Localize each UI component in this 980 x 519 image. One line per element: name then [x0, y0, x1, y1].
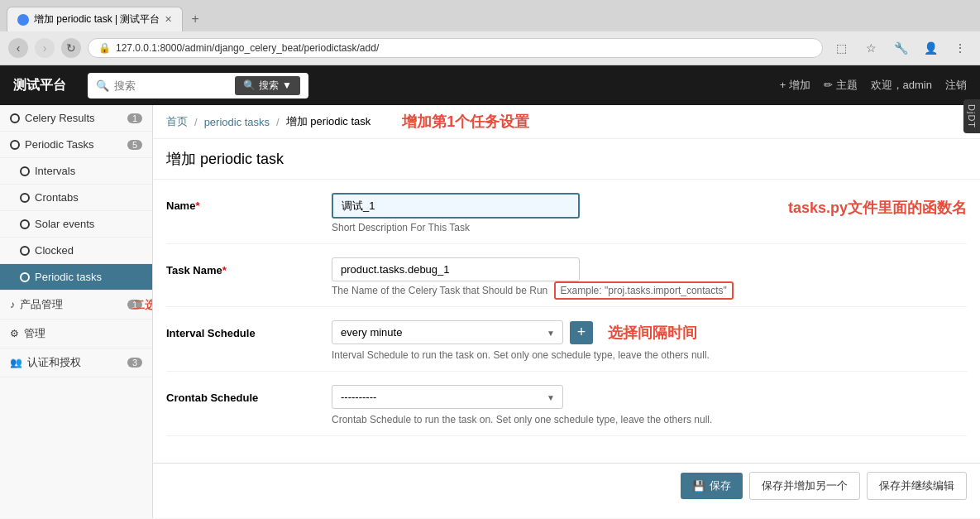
circle-icon — [20, 246, 30, 256]
interval-label: Interval Schedule — [166, 320, 332, 339]
task-name-example: Example: "proj.tasks.import_contacts" — [554, 281, 734, 300]
address-bar[interactable]: 🔒 127.0.0.1:8000/admin/django_celery_bea… — [88, 38, 823, 58]
browser-tabs: 增加 periodic task | 测试平台 ✕ + — [0, 0, 980, 31]
add-menu-button[interactable]: + 增加 — [780, 78, 810, 93]
sidebar-item-periodic-tasks-active[interactable]: Periodic tasks — [0, 264, 152, 291]
site-title: 测试平台 — [13, 77, 66, 94]
sidebar-item-clocked[interactable]: Clocked — [0, 238, 152, 264]
name-input[interactable] — [332, 193, 580, 219]
save-icon: 💾 — [692, 480, 705, 493]
circle-icon — [10, 140, 20, 150]
crontab-hint: Crontab Schedule to run the task on. Set… — [332, 414, 967, 425]
content-area: 首页 / periodic tasks / 增加 periodic task 增… — [153, 105, 980, 518]
crontab-schedule-row: Crontab Schedule ---------- Crontab Sche… — [166, 385, 967, 436]
task-name-input[interactable] — [332, 257, 580, 281]
sidebar-product-section: ♪ 产品管理 1 二选 — [0, 291, 152, 320]
welcome-label: 欢迎，admin — [871, 78, 932, 93]
name-field-row: Name* Short Description For This Task ta… — [166, 193, 967, 244]
menu-icon[interactable]: ⋮ — [949, 36, 972, 60]
breadcrumb-periodic-tasks[interactable]: periodic tasks — [204, 116, 270, 128]
tab-favicon — [17, 14, 29, 26]
logout-button[interactable]: 注销 — [945, 78, 967, 93]
interval-field: every minute every 5 minutes every hour … — [332, 320, 967, 361]
active-tab[interactable]: 增加 periodic task | 测试平台 ✕ — [7, 7, 183, 31]
name-hint: Short Description For This Task — [332, 222, 772, 233]
breadcrumb: 首页 / periodic tasks / 增加 periodic task 增… — [153, 105, 980, 139]
theme-button[interactable]: ✏ 主题 — [824, 78, 858, 93]
extensions-icon[interactable]: 🔧 — [889, 36, 912, 60]
page-annotation: 增加第1个任务设置 — [402, 112, 529, 132]
sidebar-item-product-mgmt[interactable]: ♪ 产品管理 1 — [0, 291, 152, 320]
tab-close-button[interactable]: ✕ — [165, 14, 172, 25]
header-right: + 增加 ✏ 主题 欢迎，admin 注销 — [780, 78, 967, 93]
main-layout: Celery Results 1 Periodic Tasks 5 Interv… — [0, 105, 980, 518]
sidebar-item-intervals[interactable]: Intervals — [0, 158, 152, 185]
search-button[interactable]: 🔍 搜索 ▼ — [235, 76, 300, 95]
product-badge: 1 — [127, 300, 142, 310]
sidebar-item-celery-results[interactable]: Celery Results 1 — [0, 105, 152, 132]
task-name-hint: The Name of the Celery Task that Should … — [332, 285, 967, 296]
name-label: Name* — [166, 193, 332, 212]
gear-icon: ⚙ — [10, 328, 19, 339]
sidebar-item-periodic-tasks-header[interactable]: Periodic Tasks 5 — [0, 132, 152, 158]
save-add-another-button[interactable]: 保存并增加另一个 — [749, 472, 860, 500]
sidebar-label: Crontabs — [35, 191, 79, 204]
cast-icon[interactable]: ⬚ — [829, 36, 853, 60]
task-name-label: Task Name* — [166, 257, 332, 276]
browser-toolbar-icons: ⬚ ☆ 🔧 👤 ⋮ — [829, 36, 972, 60]
search-dropdown-icon: ▼ — [282, 79, 292, 91]
search-icon: 🔍 — [96, 79, 109, 92]
sidebar-label: 管理 — [24, 326, 45, 341]
name-field: Short Description For This Task — [332, 193, 772, 233]
music-icon: ♪ — [10, 299, 15, 310]
sidebar-item-auth[interactable]: 👥 认证和授权 3 — [0, 348, 152, 377]
breadcrumb-sep2: / — [276, 116, 280, 128]
search-input[interactable] — [114, 79, 230, 92]
save-button[interactable]: 💾 保存 — [681, 473, 743, 499]
djdt-badge[interactable]: DjDT — [963, 99, 980, 133]
task-name-field-row: Task Name* The Name of the Celery Task t… — [166, 257, 967, 307]
sidebar-label: Periodic tasks — [35, 271, 102, 283]
interval-schedule-row: Interval Schedule every minute every 5 m… — [166, 320, 967, 372]
content-heading: 增加 periodic task — [153, 139, 980, 180]
interval-select-wrap: every minute every 5 minutes every hour … — [332, 320, 967, 344]
tasks-file-annotation: tasks.py文件里面的函数名 — [788, 198, 967, 218]
interval-add-button[interactable]: + — [570, 321, 593, 344]
sidebar-item-management[interactable]: ⚙ 管理 — [0, 320, 152, 348]
sidebar-item-crontabs[interactable]: Crontabs — [0, 185, 152, 211]
interval-select[interactable]: every minute every 5 minutes every hour — [332, 320, 563, 344]
new-tab-button[interactable]: + — [183, 7, 207, 31]
task-required-asterisk: * — [222, 264, 227, 276]
sidebar-label: Clocked — [35, 244, 74, 257]
save-continue-button[interactable]: 保存并继续编辑 — [867, 472, 967, 500]
sidebar-label: Periodic Tasks — [25, 138, 94, 151]
people-icon: 👥 — [10, 357, 22, 368]
search-box[interactable]: 🔍 🔍 搜索 ▼ — [88, 73, 308, 99]
back-button[interactable]: ‹ — [8, 38, 28, 58]
browser-toolbar: ‹ › ↻ 🔒 127.0.0.1:8000/admin/django_cele… — [0, 31, 980, 65]
bookmark-icon[interactable]: ☆ — [859, 36, 882, 60]
breadcrumb-home[interactable]: 首页 — [166, 114, 188, 129]
sidebar-label: 认证和授权 — [27, 355, 81, 370]
lock-icon: 🔒 — [98, 42, 111, 54]
profile-icon[interactable]: 👤 — [919, 36, 942, 60]
forward-button[interactable]: › — [35, 38, 55, 58]
required-asterisk: * — [195, 199, 199, 212]
reload-button[interactable]: ↻ — [61, 38, 81, 58]
circle-icon — [20, 193, 30, 203]
sidebar: Celery Results 1 Periodic Tasks 5 Interv… — [0, 105, 153, 518]
sidebar-label: Intervals — [35, 165, 75, 177]
crontab-select[interactable]: ---------- — [332, 385, 563, 409]
breadcrumb-sep1: / — [194, 116, 198, 128]
interval-annotation: 选择间隔时间 — [608, 323, 697, 343]
sidebar-label: Celery Results — [25, 112, 95, 124]
periodic-tasks-badge: 5 — [127, 140, 142, 150]
sidebar-label: Solar events — [35, 218, 94, 230]
crontab-label: Crontab Schedule — [166, 385, 332, 404]
sidebar-item-solar-events[interactable]: Solar events — [0, 211, 152, 238]
circle-icon — [20, 166, 30, 176]
url-text: 127.0.0.1:8000/admin/django_celery_beat/… — [116, 42, 379, 54]
circle-icon — [20, 219, 30, 229]
form-container: Name* Short Description For This Task ta… — [153, 180, 980, 463]
task-name-field: The Name of the Celery Task that Should … — [332, 257, 967, 296]
